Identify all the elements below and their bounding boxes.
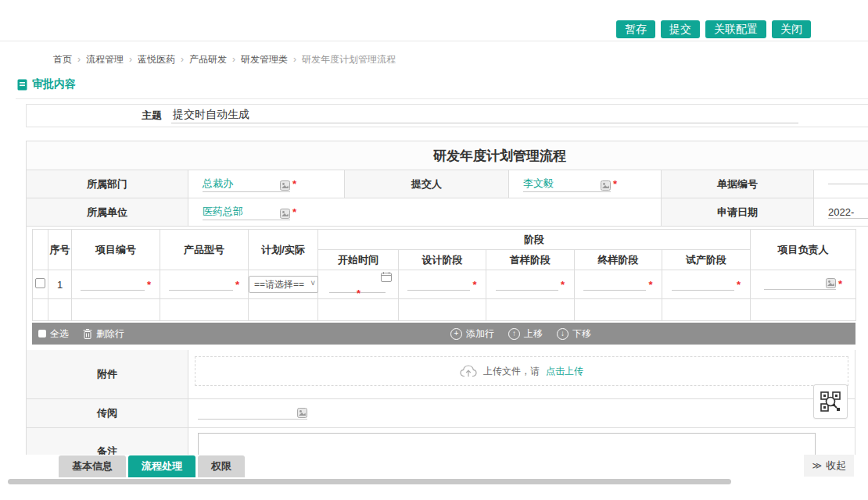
upload-dropzone[interactable]: 上传文件，请 点击上传 [195,356,848,386]
select-all-button[interactable]: 全选 [38,327,69,341]
design-phase-input[interactable] [407,278,470,291]
breadcrumb-product-rd[interactable]: 产品研发 [175,53,227,66]
circulate-value-line[interactable] [198,408,307,420]
plan-actual-select[interactable]: ==请选择== [249,276,318,293]
grid-header-first-sample: 首样阶段 [486,250,575,270]
plus-circle-icon: + [450,328,462,340]
trial-phase-input[interactable] [672,278,734,291]
circulate-row: 传阅 [27,399,855,428]
add-row-button[interactable]: + 添加行 [450,327,494,341]
form-title: 研发年度计划管理流程 [27,141,868,170]
row-seq: 1 [48,270,72,299]
document-icon [17,79,27,91]
browse-icon[interactable] [280,209,290,219]
grid-empty-row [33,299,856,321]
browse-icon[interactable] [826,278,836,288]
detail-grid: 序号 项目编号 产品型号 计划/实际 阶段 项目负责人 开始时间 设计阶段 首样… [32,229,856,321]
project-no-input[interactable] [81,278,145,291]
department-value-line[interactable]: 总裁办 [203,177,290,192]
qr-scan-button[interactable] [813,384,848,419]
breadcrumb: 首页 流程管理 蓝悦医药 产品研发 研发管理类 研发年度计划管理流程 [53,53,396,66]
move-up-button[interactable]: ↑ 上移 [508,327,543,341]
submitter-value-line[interactable]: 李文毅 [523,177,611,192]
owner-cell: * [751,270,856,299]
design-phase-cell: * [399,270,486,299]
subject-label: 主题 [27,109,162,123]
doc-no-value[interactable] [828,184,868,184]
select-all-checkbox-icon [38,330,46,338]
bottom-bar: 基本信息 流程处理 权限 收起 [0,455,868,500]
collapse-button[interactable]: 收起 [804,455,854,477]
subject-row: 主题 提交时自动生成 [26,104,868,127]
cloud-upload-icon [460,365,477,377]
first-sample-cell: * [486,270,575,299]
upload-hint: 上传文件，请 [483,365,540,378]
grid-header-project-no: 项目编号 [72,230,160,270]
grid-header-product-model: 产品型号 [160,230,249,270]
breadcrumb-rd-category[interactable]: 研发管理类 [227,53,288,66]
tab-basic-info[interactable]: 基本信息 [59,455,126,477]
footer-tabs: 基本信息 流程处理 权限 [59,455,245,477]
apply-date-value[interactable]: 2022- [828,206,868,219]
related-config-button[interactable]: 关联配置 [705,20,766,38]
horizontal-scrollbar[interactable] [8,479,731,484]
top-divider [0,41,868,41]
move-down-button[interactable]: ↓ 下移 [557,327,591,341]
grid-checkbox-col-header [33,230,48,270]
required-marker: * [147,279,151,291]
attachment-label: 附件 [27,350,188,398]
doc-no-label: 单据编号 [662,170,814,198]
breadcrumb-company[interactable]: 蓝悦医药 [124,53,175,66]
browse-icon[interactable] [280,180,290,191]
grid-header-phase-group: 阶段 [318,230,751,250]
department-label: 所属部门 [27,170,188,198]
collapse-label: 收起 [826,459,846,473]
subject-value-field[interactable]: 提交时自动生成 [171,108,798,123]
move-up-label: 上移 [524,327,543,341]
grid-header-trial-phase: 试产阶段 [662,250,751,270]
first-sample-input[interactable] [496,278,558,291]
browse-icon[interactable] [601,180,611,191]
unit-value-line[interactable]: 医药总部 [203,205,290,220]
department-value[interactable]: 总裁办 [203,177,233,191]
required-marker: * [838,278,842,290]
final-sample-cell: * [575,270,662,299]
grid-toolbar: 全选 删除行 + 添加行 ↑ [32,323,855,345]
submitter-value[interactable]: 李文毅 [523,177,554,191]
add-row-label: 添加行 [466,327,494,341]
breadcrumb-home[interactable]: 首页 [53,53,72,66]
plan-actual-cell: ==请选择== ˅ [249,270,318,299]
final-sample-input[interactable] [583,278,646,291]
browse-icon[interactable] [297,408,307,418]
move-down-label: 下移 [572,327,591,341]
unit-value[interactable]: 医药总部 [203,205,243,219]
row-checkbox[interactable] [35,278,45,288]
doc-no-field [814,170,868,198]
delete-row-button[interactable]: 删除行 [83,327,124,341]
close-button[interactable]: 关闭 [772,20,811,38]
product-model-cell: * [160,270,249,299]
required-marker: * [292,206,296,218]
product-model-input[interactable] [169,278,233,291]
required-marker: * [292,178,296,190]
form-row-2: 所属单位 医药总部 * 申请日期 2022- [27,198,868,227]
required-marker: * [561,279,565,291]
grid-header-design-phase: 设计阶段 [399,250,486,270]
upload-link[interactable]: 点击上传 [546,365,583,378]
trash-icon [83,329,92,339]
row-checkbox-cell [33,270,48,299]
tab-permissions[interactable]: 权限 [198,455,245,477]
required-marker: * [472,279,476,291]
required-marker: * [648,279,652,291]
attachment-row: 附件 上传文件，请 点击上传 [27,350,855,399]
section-divider [16,98,868,99]
owner-value-line[interactable] [764,278,836,290]
submitter-field: 李文毅 * [509,170,662,198]
breadcrumb-process-mgmt[interactable]: 流程管理 [72,53,124,66]
trial-phase-cell: * [662,270,751,299]
arrow-up-circle-icon: ↑ [508,328,520,340]
save-draft-button[interactable]: 暂存 [616,20,655,38]
submit-button[interactable]: 提交 [661,20,700,38]
tab-process-handling[interactable]: 流程处理 [128,455,195,477]
select-all-label: 全选 [50,327,69,341]
